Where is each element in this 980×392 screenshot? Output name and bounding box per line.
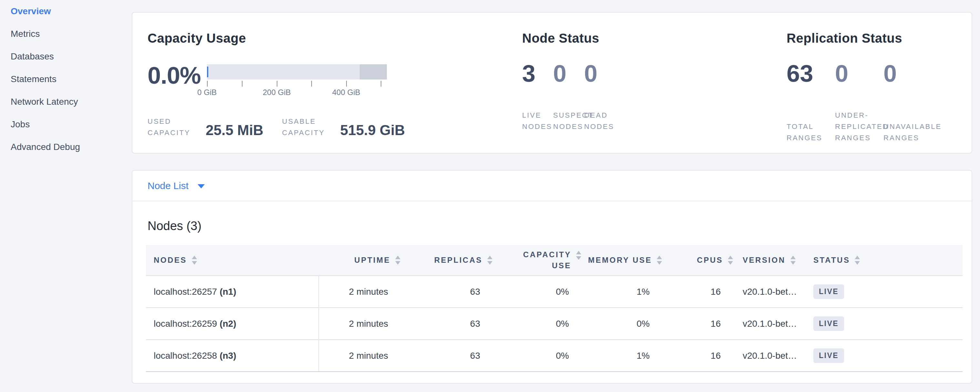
status-badge: LIVE xyxy=(813,348,844,363)
chevron-down-icon xyxy=(197,184,205,188)
node-list-panel: Node List Nodes (3) NODES xyxy=(132,170,972,384)
suspect-nodes-count: 0 xyxy=(553,62,584,85)
node-capacity-use: 0% xyxy=(492,308,581,339)
node-uptime: 2 minutes xyxy=(319,339,400,372)
suspect-nodes-label: SUSPECT NODES xyxy=(553,110,584,132)
page: Overview Metrics Databases Statements Ne… xyxy=(0,0,980,392)
sort-icon[interactable] xyxy=(576,251,581,260)
capacity-used-percent: 0.0% xyxy=(148,64,207,87)
used-capacity-label: USED CAPACITY xyxy=(148,115,199,138)
node-version: v20.1.0-bet… xyxy=(733,308,810,339)
sidebar-item-network-latency[interactable]: Network Latency xyxy=(11,91,132,113)
node-version: v20.1.0-bet… xyxy=(733,276,810,308)
node-version: v20.1.0-bet… xyxy=(733,339,810,372)
node-list-dropdown-label: Node List xyxy=(148,180,189,191)
gauge-tick-label-400: 400 GiB xyxy=(332,88,360,97)
table-row[interactable]: localhost:26257(n1) 2 minutes 63 0% 1% 1… xyxy=(146,276,963,308)
sort-icon[interactable] xyxy=(855,256,860,265)
node-memory-use: 1% xyxy=(581,339,662,372)
node-cpus: 16 xyxy=(662,308,733,339)
capacity-usage-section: Capacity Usage 0.0% xyxy=(148,31,522,153)
total-ranges-count: 63 xyxy=(787,62,835,85)
nodes-table-header-row: NODES UPTIME REPLICAS CAPACITY USE xyxy=(146,245,963,276)
header-memory-use[interactable]: MEMORY USE xyxy=(581,245,662,276)
sidebar-item-advanced-debug[interactable]: Advanced Debug xyxy=(11,136,132,158)
node-replicas: 63 xyxy=(400,339,492,372)
sidebar-item-databases[interactable]: Databases xyxy=(11,45,132,68)
node-replicas: 63 xyxy=(400,276,492,308)
table-row[interactable]: localhost:26258(n3) 2 minutes 63 0% 1% 1… xyxy=(146,339,963,372)
sidebar: Overview Metrics Databases Statements Ne… xyxy=(0,0,132,392)
sort-icon[interactable] xyxy=(395,256,400,265)
sidebar-item-statements[interactable]: Statements xyxy=(11,68,132,91)
node-uptime: 2 minutes xyxy=(319,276,400,308)
node-id: (n2) xyxy=(220,319,236,329)
replication-status-title: Replication Status xyxy=(787,31,972,46)
sort-icon[interactable] xyxy=(487,256,492,265)
header-uptime[interactable]: UPTIME xyxy=(319,245,400,276)
sidebar-item-overview[interactable]: Overview xyxy=(11,0,132,22)
node-address[interactable]: localhost:26257 xyxy=(154,287,217,297)
header-status[interactable]: STATUS xyxy=(810,245,963,276)
unavailable-ranges-label: UNAVAILABLE RANGES xyxy=(883,121,932,143)
sidebar-item-metrics[interactable]: Metrics xyxy=(11,22,132,45)
node-uptime: 2 minutes xyxy=(319,308,400,339)
dead-nodes-count: 0 xyxy=(584,62,615,85)
header-version-label: VERSION xyxy=(743,256,786,265)
node-capacity-use: 0% xyxy=(492,276,581,308)
used-capacity-stat: USED CAPACITY 25.5 MiB xyxy=(148,115,264,138)
capacity-gauge: 0 GiB 200 GiB 400 GiB xyxy=(207,64,387,97)
dead-nodes-label: DEAD NODES xyxy=(584,110,615,132)
capacity-usage-title: Capacity Usage xyxy=(148,31,522,46)
node-status-title: Node Status xyxy=(522,31,787,46)
node-address[interactable]: localhost:26258 xyxy=(154,351,217,361)
used-capacity-value: 25.5 MiB xyxy=(206,122,264,138)
capacity-gauge-reserved-segment xyxy=(360,64,387,80)
usable-capacity-stat: USABLE CAPACITY 515.9 GiB xyxy=(282,115,405,138)
nodes-section: Nodes (3) NODES UPTIME xyxy=(132,201,972,372)
cluster-summary-panel: Capacity Usage 0.0% xyxy=(132,12,972,153)
node-id: (n1) xyxy=(220,287,236,297)
total-ranges-label: TOTAL RANGES xyxy=(787,121,835,143)
under-replicated-ranges-count: 0 xyxy=(835,62,883,85)
header-cpus[interactable]: CPUS xyxy=(662,245,733,276)
node-cpus: 16 xyxy=(662,276,733,308)
header-nodes-label: NODES xyxy=(154,256,187,265)
gauge-tick-label-200: 200 GiB xyxy=(263,88,291,97)
node-list-topbar: Node List xyxy=(132,171,972,201)
header-nodes[interactable]: NODES xyxy=(146,245,319,276)
node-cpus: 16 xyxy=(662,339,733,372)
usable-capacity-value: 515.9 GiB xyxy=(340,122,405,138)
capacity-gauge-bar xyxy=(207,64,387,80)
node-list-dropdown[interactable]: Node List xyxy=(148,180,205,191)
header-replicas-label: REPLICAS xyxy=(434,256,482,265)
header-uptime-label: UPTIME xyxy=(354,256,390,265)
replication-status-section: Replication Status 63 0 0 TOTAL RANGES U… xyxy=(787,31,972,153)
node-memory-use: 0% xyxy=(581,308,662,339)
node-status-section: Node Status 3 0 0 LIVE NODES SUSPECT NOD… xyxy=(522,31,787,153)
live-nodes-count: 3 xyxy=(522,62,553,85)
nodes-table: NODES UPTIME REPLICAS CAPACITY USE xyxy=(146,245,963,372)
capacity-gauge-used-segment xyxy=(207,67,208,77)
header-capacity-use-label: CAPACITY USE xyxy=(518,249,571,271)
live-nodes-label: LIVE NODES xyxy=(522,110,553,132)
header-replicas[interactable]: REPLICAS xyxy=(400,245,492,276)
header-version[interactable]: VERSION xyxy=(733,245,810,276)
node-id: (n3) xyxy=(220,351,236,361)
status-badge: LIVE xyxy=(813,316,844,331)
sort-icon[interactable] xyxy=(791,256,795,265)
header-memory-use-label: MEMORY USE xyxy=(588,256,652,265)
sort-icon[interactable] xyxy=(728,256,733,265)
sidebar-item-jobs[interactable]: Jobs xyxy=(11,113,132,136)
unavailable-ranges-count: 0 xyxy=(883,62,932,85)
header-capacity-use[interactable]: CAPACITY USE xyxy=(492,245,581,276)
header-status-label: STATUS xyxy=(813,256,850,265)
sort-icon[interactable] xyxy=(192,256,197,265)
sort-icon[interactable] xyxy=(657,256,662,265)
table-row[interactable]: localhost:26259(n2) 2 minutes 63 0% 0% 1… xyxy=(146,308,963,339)
node-address[interactable]: localhost:26259 xyxy=(154,319,217,329)
under-replicated-ranges-label: UNDER-REPLICATED RANGES xyxy=(835,110,883,143)
nodes-section-title: Nodes (3) xyxy=(148,219,963,233)
status-badge: LIVE xyxy=(813,284,844,299)
capacity-gauge-ticks xyxy=(207,81,387,87)
